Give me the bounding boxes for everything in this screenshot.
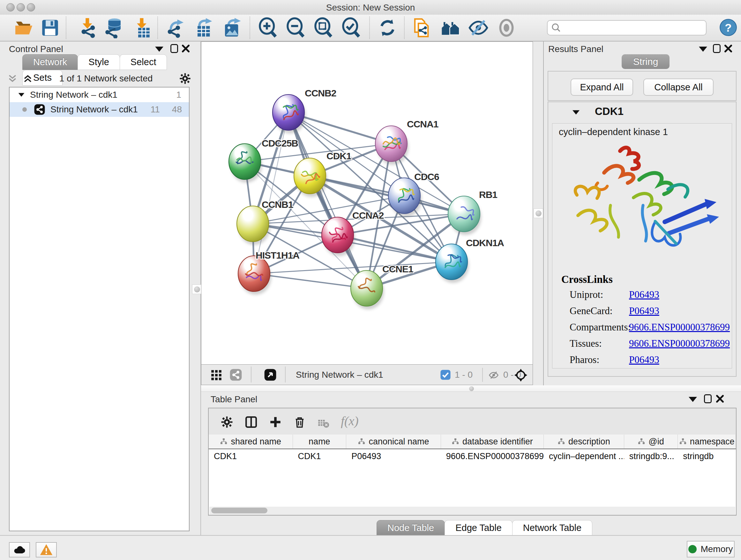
column-header-namespace[interactable]: namespace bbox=[678, 435, 736, 449]
network-node-CDK1[interactable] bbox=[294, 158, 327, 197]
crosslink-link[interactable]: P06493 bbox=[629, 354, 659, 366]
update-network-icon[interactable] bbox=[377, 17, 398, 38]
collapse-all-button[interactable]: Collapse All bbox=[643, 78, 714, 96]
network-edge-CCNB2-HIST1H1A[interactable] bbox=[254, 112, 288, 273]
network-collection-row[interactable]: String Network – cdk1 1 bbox=[10, 87, 189, 102]
protein-collapse-icon[interactable] bbox=[572, 110, 580, 115]
panel-float-icon[interactable] bbox=[704, 394, 712, 403]
table-cell[interactable]: 9606.ENSP00000378699 bbox=[441, 451, 544, 461]
collapse-all-icon[interactable] bbox=[7, 73, 18, 84]
network-node-CCNA1[interactable] bbox=[375, 126, 408, 165]
network-node-CCNE1[interactable] bbox=[351, 270, 384, 309]
export-network-icon[interactable] bbox=[165, 17, 186, 38]
show-hidden-icon[interactable] bbox=[496, 17, 517, 38]
zoom-fit-icon[interactable] bbox=[313, 17, 334, 38]
crosslink-link[interactable]: 9606.ENSP00000378699 bbox=[629, 321, 730, 333]
control-panel-splitter-handle[interactable] bbox=[192, 285, 202, 294]
warning-button[interactable] bbox=[36, 542, 57, 557]
table-header-row[interactable]: shared namenamecanonical namedatabase id… bbox=[209, 435, 736, 449]
crosslinks-heading: CrossLinks bbox=[561, 273, 613, 286]
import-network-database-icon[interactable] bbox=[103, 17, 124, 38]
column-header-database-identifier[interactable]: database identifier bbox=[441, 435, 544, 449]
grid-view-icon[interactable] bbox=[210, 369, 222, 381]
function-builder-icon[interactable]: f(x) bbox=[341, 414, 359, 428]
table-cell[interactable]: stringdb:9... bbox=[624, 451, 678, 461]
network-node-RB1[interactable] bbox=[448, 196, 481, 235]
network-node-CCNA2[interactable] bbox=[322, 217, 355, 256]
network-edge-CCNB2-CCNE1[interactable] bbox=[288, 112, 367, 288]
panel-close-icon[interactable] bbox=[181, 44, 190, 53]
search-input[interactable] bbox=[547, 20, 706, 36]
network-node-CDKN1A[interactable] bbox=[435, 244, 469, 283]
tab-style[interactable]: Style bbox=[77, 54, 120, 70]
panel-float-icon[interactable] bbox=[171, 44, 178, 53]
network-node-CCNB2[interactable] bbox=[273, 95, 306, 133]
table-cell[interactable]: P06493 bbox=[346, 451, 441, 461]
string-panel-toggle-icon[interactable] bbox=[229, 368, 242, 381]
panel-menu-icon[interactable] bbox=[155, 47, 163, 52]
network-row[interactable]: String Network – cdk1 11 48 bbox=[10, 102, 189, 117]
column-header-shared-name[interactable]: shared name bbox=[209, 435, 293, 449]
expand-all-button[interactable]: Expand All bbox=[570, 78, 633, 96]
network-node-HIST1H1A[interactable] bbox=[238, 256, 271, 295]
network-node-CDC25B[interactable] bbox=[229, 144, 262, 183]
table-cell[interactable]: CDK1 bbox=[209, 451, 293, 461]
tab-network[interactable]: Network bbox=[22, 54, 78, 70]
tab-network-table[interactable]: Network Table bbox=[512, 520, 592, 536]
first-neighbors-icon[interactable] bbox=[440, 17, 461, 38]
tab-string[interactable]: String bbox=[622, 54, 670, 69]
table-splitter-handle[interactable] bbox=[467, 386, 475, 391]
gear-icon[interactable] bbox=[179, 72, 192, 85]
hide-selected-icon[interactable] bbox=[468, 17, 489, 38]
save-session-icon[interactable] bbox=[40, 17, 61, 38]
table-settings-gear-icon[interactable] bbox=[220, 415, 233, 429]
horizontal-scrollbar[interactable] bbox=[209, 507, 735, 514]
fit-content-crosshair-icon[interactable] bbox=[514, 368, 528, 382]
network-canvas[interactable]: CCNB2CCNA1CDC25BCDK1CDC6RB1CCNB1CCNA2CDK… bbox=[201, 42, 533, 365]
crosslink-link[interactable]: P06493 bbox=[629, 289, 659, 300]
panel-float-icon[interactable] bbox=[713, 44, 721, 53]
hidden-eye-slash-icon[interactable] bbox=[488, 369, 499, 381]
crosslink-link[interactable]: P06493 bbox=[629, 305, 659, 317]
column-header-description[interactable]: description bbox=[544, 435, 624, 449]
cloud-button[interactable] bbox=[9, 542, 30, 557]
scrollbar-thumb[interactable] bbox=[211, 508, 267, 513]
tab-edge-table[interactable]: Edge Table bbox=[445, 520, 513, 536]
add-column-icon[interactable] bbox=[269, 415, 282, 429]
node-label-HIST1H1A: HIST1H1A bbox=[256, 250, 299, 260]
tab-node-table[interactable]: Node Table bbox=[377, 520, 445, 536]
panel-menu-icon[interactable] bbox=[699, 47, 707, 52]
column-header-canonical-name[interactable]: canonical name bbox=[346, 435, 441, 449]
zoom-selected-icon[interactable] bbox=[340, 17, 361, 38]
export-table-icon[interactable] bbox=[194, 17, 215, 38]
zoom-out-icon[interactable] bbox=[285, 17, 306, 38]
memory-button[interactable]: Memory bbox=[687, 541, 735, 557]
table-row[interactable]: CDK1CDK1P064939606.ENSP00000378699cyclin… bbox=[209, 449, 736, 463]
network-node-CDC6[interactable] bbox=[388, 178, 421, 217]
import-network-file-icon[interactable] bbox=[76, 17, 97, 38]
column-header--id[interactable]: @id bbox=[624, 435, 678, 449]
column-header-name[interactable]: name bbox=[293, 435, 347, 449]
tab-select[interactable]: Select bbox=[120, 54, 167, 70]
delete-table-icon[interactable] bbox=[317, 417, 329, 429]
selected-checkbox-icon[interactable] bbox=[440, 369, 451, 380]
crosslink-link[interactable]: 9606.ENSP00000378699 bbox=[629, 338, 730, 349]
show-columns-icon[interactable] bbox=[245, 415, 258, 429]
export-image-icon[interactable] bbox=[221, 17, 243, 38]
zoom-in-icon[interactable] bbox=[257, 17, 278, 38]
results-splitter-handle[interactable] bbox=[534, 208, 543, 218]
delete-column-icon[interactable] bbox=[293, 415, 307, 429]
panel-menu-icon[interactable] bbox=[689, 397, 697, 402]
birds-eye-view-icon[interactable] bbox=[264, 368, 277, 381]
panel-close-icon[interactable] bbox=[724, 44, 733, 53]
new-network-from-selection-icon[interactable] bbox=[411, 17, 432, 38]
table-cell[interactable]: cyclin–dependent ... bbox=[544, 451, 624, 461]
table-cell[interactable]: CDK1 bbox=[293, 451, 347, 461]
open-session-icon[interactable] bbox=[13, 17, 35, 38]
panel-close-icon[interactable] bbox=[716, 394, 724, 403]
table-cell[interactable]: stringdb bbox=[678, 451, 736, 461]
help-icon[interactable]: ? bbox=[719, 18, 737, 37]
expand-all-icon[interactable] bbox=[22, 73, 33, 84]
import-table-file-icon[interactable] bbox=[131, 17, 152, 38]
tree-expander-icon[interactable] bbox=[18, 93, 24, 97]
